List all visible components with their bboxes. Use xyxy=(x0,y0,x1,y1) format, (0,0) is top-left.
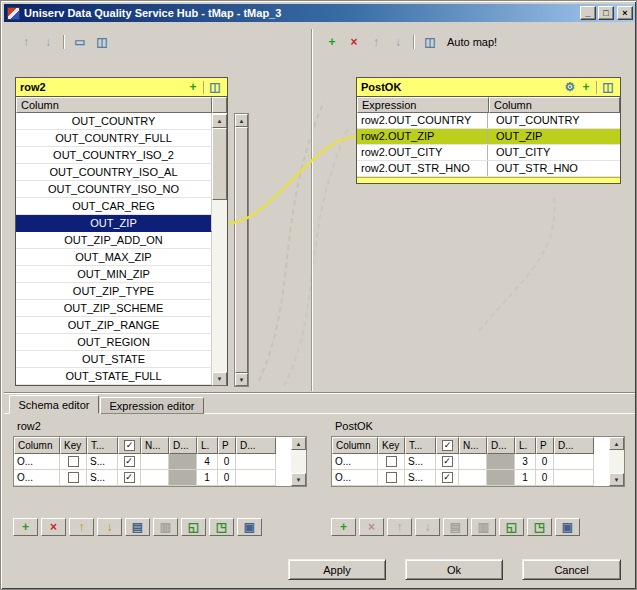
table-row[interactable]: OUT_COUNTRY xyxy=(16,113,212,130)
mapping-row[interactable]: row2.OUT_COUNTRY OUT_COUNTRY xyxy=(357,113,620,129)
add-output-button[interactable]: + xyxy=(323,33,341,51)
table-row[interactable]: OUT_COUNTRY_ISO_AL xyxy=(16,164,212,181)
table-row[interactable]: OUT_CAR_REG xyxy=(16,198,212,215)
table-row[interactable]: OUT_COUNTRY_ISO_2 xyxy=(16,147,212,164)
scroll-up-button[interactable]: ▲ xyxy=(609,437,624,450)
schema-row[interactable]: O... S... ✓ 1 0 xyxy=(14,470,306,486)
schema-column-cell[interactable]: O... xyxy=(332,454,378,470)
schema-row[interactable]: O... S... ✓ 4 0 xyxy=(14,454,306,470)
schema-cell[interactable] xyxy=(236,454,276,470)
expression-cell[interactable]: row2.OUT_COUNTRY xyxy=(357,113,488,128)
add-column-button[interactable]: + xyxy=(185,79,201,95)
save-schema-button[interactable]: ▣ xyxy=(237,518,262,536)
schema-type-cell[interactable]: S... xyxy=(87,454,118,470)
output-move-down-button[interactable]: ↓ xyxy=(389,33,407,51)
schema-header[interactable]: Column xyxy=(332,437,378,454)
titlebar[interactable]: Uniserv Data Quality Service Hub - tMap … xyxy=(4,4,635,22)
apply-button[interactable]: Apply xyxy=(288,559,386,580)
schema-type-cell[interactable]: S... xyxy=(405,470,436,486)
column-header[interactable]: Column xyxy=(16,97,212,113)
schema-scrollbar[interactable]: ▲ ▼ xyxy=(291,437,306,486)
schema-precision-cell[interactable]: 0 xyxy=(536,470,554,486)
ok-button[interactable]: Ok xyxy=(405,559,503,580)
move-down-button[interactable]: ↓ xyxy=(39,33,57,51)
column-cell[interactable]: OUT_STR_HNO xyxy=(488,161,620,176)
schema-header-nullable[interactable]: ✓ xyxy=(118,437,141,454)
import-schema-button[interactable]: ◳ xyxy=(527,518,552,536)
tab-expression-editor[interactable]: Expression editor xyxy=(100,397,204,414)
move-row-down-button[interactable]: ↓ xyxy=(415,518,440,536)
table-row[interactable]: OUT_ZIP_RANGE xyxy=(16,317,212,334)
schema-header[interactable]: P xyxy=(536,437,554,454)
table-row[interactable]: OUT_ZIP_TYPE xyxy=(16,283,212,300)
schema-header[interactable]: N... xyxy=(459,437,487,454)
nullable-checkbox[interactable]: ✓ xyxy=(118,454,141,470)
schema-header[interactable]: D... xyxy=(487,437,515,454)
expression-header[interactable]: Expression xyxy=(357,97,489,113)
schema-header[interactable]: L. xyxy=(515,437,536,454)
schema-row[interactable]: O... S... ✓ 3 0 xyxy=(332,454,624,470)
table-row[interactable]: OUT_ZIP_SCHEME xyxy=(16,300,212,317)
column-cell[interactable]: OUT_CITY xyxy=(488,145,620,160)
schema-header[interactable]: L. xyxy=(197,437,218,454)
schema-cell[interactable] xyxy=(459,470,487,486)
schema-cell[interactable] xyxy=(236,470,276,486)
scroll-down-button[interactable]: ▼ xyxy=(235,373,248,386)
schema-type-cell[interactable]: S... xyxy=(87,470,118,486)
table-row[interactable]: OUT_MIN_ZIP xyxy=(16,266,212,283)
export-schema-button[interactable]: ◱ xyxy=(181,518,206,536)
paste-button[interactable]: ▥ xyxy=(153,518,178,536)
schema-header[interactable]: P xyxy=(218,437,236,454)
auto-map-button[interactable]: Auto map! xyxy=(447,36,497,48)
tab-schema-editor[interactable]: Schema editor xyxy=(9,395,99,414)
minimize-button[interactable]: _ xyxy=(580,6,596,20)
minimize-tables-button[interactable]: ▭ xyxy=(71,33,89,51)
scroll-up-button[interactable]: ▲ xyxy=(212,114,227,128)
table-row[interactable]: OUT_STATE xyxy=(16,351,212,368)
schema-precision-cell[interactable]: 0 xyxy=(218,470,236,486)
close-button[interactable]: × xyxy=(617,6,633,20)
middle-scrollbar[interactable]: ▲ ▼ xyxy=(234,113,249,387)
schema-cell[interactable] xyxy=(141,470,169,486)
expression-cell[interactable]: row2.OUT_ZIP xyxy=(357,129,488,144)
schema-length-cell[interactable]: 1 xyxy=(197,470,218,486)
schema-header[interactable]: Key xyxy=(378,437,405,454)
output-move-up-button[interactable]: ↑ xyxy=(367,33,385,51)
schema-cell[interactable] xyxy=(554,454,594,470)
cancel-button[interactable]: Cancel xyxy=(522,559,621,580)
move-row-up-button[interactable]: ↑ xyxy=(69,518,94,536)
schema-length-cell[interactable]: 3 xyxy=(515,454,536,470)
schema-scrollbar[interactable]: ▲ ▼ xyxy=(609,437,624,486)
scrollbar-thumb[interactable] xyxy=(235,127,248,373)
export-schema-button[interactable]: ◱ xyxy=(499,518,524,536)
scroll-down-button[interactable]: ▼ xyxy=(212,372,227,386)
move-up-button[interactable]: ↑ xyxy=(17,33,35,51)
schema-type-cell[interactable]: S... xyxy=(405,454,436,470)
expression-cell[interactable]: row2.OUT_STR_HNO xyxy=(357,161,488,176)
schema-header[interactable]: D... xyxy=(236,437,276,454)
move-row-up-button[interactable]: ↑ xyxy=(387,518,412,536)
column-header[interactable]: Column xyxy=(489,97,620,113)
copy-button[interactable]: ▤ xyxy=(443,518,468,536)
schema-header-nullable[interactable]: ✓ xyxy=(436,437,459,454)
table-options-button[interactable]: ◫ xyxy=(600,79,616,95)
schema-length-cell[interactable]: 4 xyxy=(197,454,218,470)
nullable-checkbox[interactable]: ✓ xyxy=(118,470,141,486)
save-schema-button[interactable]: ▣ xyxy=(555,518,580,536)
schema-length-cell[interactable]: 1 xyxy=(515,470,536,486)
nullable-checkbox[interactable]: ✓ xyxy=(436,454,459,470)
schema-column-cell[interactable]: O... xyxy=(14,454,60,470)
mapping-row[interactable]: row2.OUT_CITY OUT_CITY xyxy=(357,145,620,161)
table-row[interactable]: OUT_COUNTRY_FULL xyxy=(16,130,212,147)
scroll-up-button[interactable]: ▲ xyxy=(291,437,306,450)
schema-row[interactable]: O... S... ✓ 1 0 xyxy=(332,470,624,486)
schema-column-cell[interactable]: O... xyxy=(14,470,60,486)
add-column-button[interactable]: + xyxy=(578,79,594,95)
delete-row-button[interactable]: × xyxy=(41,518,66,536)
add-row-button[interactable]: + xyxy=(331,518,356,536)
key-checkbox[interactable] xyxy=(60,470,87,486)
schema-cell[interactable] xyxy=(554,470,594,486)
schema-precision-cell[interactable]: 0 xyxy=(536,454,554,470)
nullable-checkbox[interactable]: ✓ xyxy=(436,470,459,486)
schema-column-cell[interactable]: O... xyxy=(332,470,378,486)
